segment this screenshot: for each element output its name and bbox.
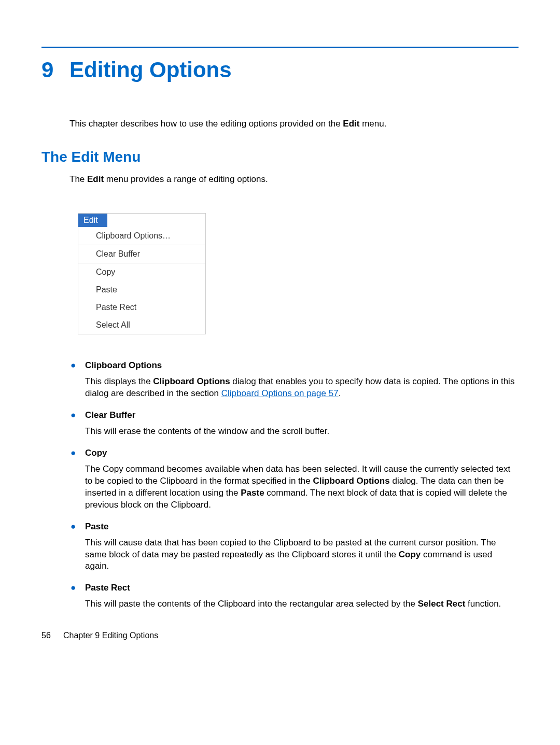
page-footer: 56Chapter 9 Editing Options: [41, 631, 519, 640]
intro-text-part: menu.: [359, 119, 386, 129]
item-heading: ● Clipboard Options: [85, 360, 519, 371]
body-text: This displays the: [85, 376, 153, 386]
bullet-icon: ●: [71, 583, 76, 593]
section-intro: The Edit menu provides a range of editin…: [69, 174, 519, 185]
list-item-paste: ● Paste This will cause data that has be…: [85, 522, 519, 573]
chapter-title: Editing Options: [69, 58, 232, 82]
item-body: This will paste the contents of the Clip…: [85, 598, 519, 610]
item-heading-text: Paste Rect: [85, 583, 130, 593]
menu-title: Edit: [78, 214, 107, 227]
body-text: This will paste the contents of the Clip…: [85, 599, 418, 609]
top-rule: [41, 47, 519, 48]
item-heading: ● Copy: [85, 448, 519, 458]
section-text-part: The: [69, 174, 87, 184]
list-item-paste-rect: ● Paste Rect This will paste the content…: [85, 583, 519, 610]
chapter-intro: This chapter describes how to use the ed…: [69, 119, 519, 129]
body-bold: Clipboard Options: [153, 376, 230, 386]
section-bold: Edit: [87, 174, 104, 184]
item-body: This will erase the contents of the wind…: [85, 426, 519, 438]
item-body: This displays the Clipboard Options dial…: [85, 376, 519, 400]
item-heading: ● Paste Rect: [85, 583, 519, 593]
item-heading-text: Clipboard Options: [85, 360, 162, 370]
item-heading: ● Clear Buffer: [85, 410, 519, 420]
body-bold: Clipboard Options: [313, 476, 389, 486]
clipboard-options-link[interactable]: Clipboard Options on page 57: [221, 388, 339, 398]
footer-chapter-label: Chapter 9 Editing Options: [63, 631, 158, 640]
bullet-icon: ●: [71, 522, 76, 532]
page-number: 56: [41, 631, 63, 640]
menu-item-clipboard-options: Clipboard Options…: [78, 227, 205, 245]
item-heading-text: Paste: [85, 522, 108, 531]
body-bold: Select Rect: [418, 599, 466, 609]
bullet-icon: ●: [71, 410, 76, 420]
item-heading: ● Paste: [85, 522, 519, 532]
menu-item-clear-buffer: Clear Buffer: [78, 245, 205, 263]
body-text: function.: [465, 599, 501, 609]
section-text-part: menu provides a range of editing options…: [104, 174, 268, 184]
menu-item-paste: Paste: [78, 281, 205, 299]
bullet-icon: ●: [71, 360, 76, 371]
section-heading: The Edit Menu: [41, 149, 519, 165]
list-item-copy: ● Copy The Copy command becomes availabl…: [85, 448, 519, 511]
edit-menu-screenshot: Edit Clipboard Options… Clear Buffer Cop…: [78, 213, 206, 334]
chapter-number: 9: [41, 58, 69, 82]
bullet-list: ● Clipboard Options This displays the Cl…: [85, 360, 519, 610]
intro-text-part: This chapter describes how to use the ed…: [69, 119, 343, 129]
body-bold: Copy: [399, 550, 421, 559]
item-body: This will cause data that has been copie…: [85, 537, 519, 573]
item-heading-text: Clear Buffer: [85, 410, 135, 420]
intro-bold: Edit: [343, 119, 359, 129]
page-content: 9Editing Options This chapter describes …: [0, 0, 560, 661]
bullet-icon: ●: [71, 448, 76, 458]
item-heading-text: Copy: [85, 448, 107, 458]
body-text: .: [339, 388, 341, 398]
list-item-clear-buffer: ● Clear Buffer This will erase the conte…: [85, 410, 519, 438]
chapter-heading: 9Editing Options: [41, 58, 519, 82]
menu-item-select-all: Select All: [78, 316, 205, 334]
menu-item-copy: Copy: [78, 263, 205, 281]
item-body: The Copy command becomes available when …: [85, 463, 519, 511]
list-item-clipboard-options: ● Clipboard Options This displays the Cl…: [85, 360, 519, 400]
menu-item-paste-rect: Paste Rect: [78, 299, 205, 316]
body-bold: Paste: [241, 488, 264, 498]
